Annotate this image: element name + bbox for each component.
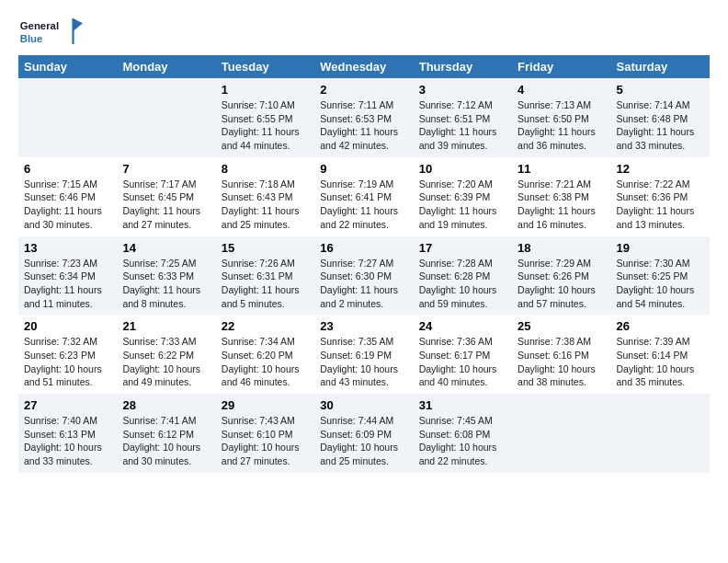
day-info: Sunrise: 7:33 AMSunset: 6:22 PMDaylight:… <box>122 335 210 389</box>
calendar-cell: 28Sunrise: 7:41 AMSunset: 6:12 PMDayligh… <box>117 394 215 473</box>
day-number: 29 <box>222 398 309 412</box>
day-number: 3 <box>419 83 506 97</box>
calendar-cell: 29Sunrise: 7:43 AMSunset: 6:10 PMDayligh… <box>216 394 314 473</box>
day-number: 22 <box>222 319 309 333</box>
calendar-week-3: 13Sunrise: 7:23 AMSunset: 6:34 PMDayligh… <box>18 236 710 316</box>
day-info: Sunrise: 7:12 AMSunset: 6:51 PMDaylight:… <box>419 98 506 153</box>
day-number: 5 <box>617 83 704 97</box>
day-number: 16 <box>320 241 407 255</box>
weekday-header-sunday: Sunday <box>18 55 117 78</box>
calendar-table: SundayMondayTuesdayWednesdayThursdayFrid… <box>18 55 710 473</box>
calendar-cell <box>18 78 117 157</box>
day-number: 7 <box>122 162 210 176</box>
calendar-cell: 15Sunrise: 7:26 AMSunset: 6:31 PMDayligh… <box>216 236 314 316</box>
day-info: Sunrise: 7:44 AMSunset: 6:09 PMDaylight:… <box>320 414 407 468</box>
day-info: Sunrise: 7:13 AMSunset: 6:50 PMDaylight:… <box>518 98 605 153</box>
day-info: Sunrise: 7:38 AMSunset: 6:16 PMDaylight:… <box>518 335 605 389</box>
calendar-week-2: 6Sunrise: 7:15 AMSunset: 6:46 PMDaylight… <box>18 157 710 236</box>
day-number: 19 <box>617 241 704 255</box>
day-number: 25 <box>518 319 605 333</box>
day-number: 26 <box>617 319 704 333</box>
calendar-cell <box>512 394 610 473</box>
day-number: 11 <box>518 162 605 176</box>
page-header: General Blue <box>18 15 710 48</box>
logo-svg: General Blue <box>18 15 83 48</box>
day-number: 27 <box>24 398 111 412</box>
calendar-cell: 19Sunrise: 7:30 AMSunset: 6:25 PMDayligh… <box>611 236 710 316</box>
day-number: 1 <box>222 83 309 97</box>
calendar-cell: 9Sunrise: 7:19 AMSunset: 6:41 PMDaylight… <box>314 157 413 236</box>
day-number: 13 <box>24 241 111 255</box>
day-info: Sunrise: 7:25 AMSunset: 6:33 PMDaylight:… <box>122 257 210 311</box>
day-info: Sunrise: 7:26 AMSunset: 6:31 PMDaylight:… <box>222 257 309 311</box>
calendar-cell: 13Sunrise: 7:23 AMSunset: 6:34 PMDayligh… <box>18 236 117 316</box>
day-info: Sunrise: 7:10 AMSunset: 6:55 PMDaylight:… <box>222 98 309 153</box>
day-info: Sunrise: 7:27 AMSunset: 6:30 PMDaylight:… <box>320 257 407 311</box>
day-info: Sunrise: 7:30 AMSunset: 6:25 PMDaylight:… <box>617 257 704 311</box>
calendar-week-4: 20Sunrise: 7:32 AMSunset: 6:23 PMDayligh… <box>18 315 710 394</box>
calendar-cell <box>611 394 710 473</box>
day-number: 15 <box>222 241 309 255</box>
calendar-cell: 17Sunrise: 7:28 AMSunset: 6:28 PMDayligh… <box>414 236 512 316</box>
calendar-cell: 3Sunrise: 7:12 AMSunset: 6:51 PMDaylight… <box>414 78 512 157</box>
day-number: 9 <box>320 162 407 176</box>
calendar-cell: 6Sunrise: 7:15 AMSunset: 6:46 PMDaylight… <box>18 157 117 236</box>
weekday-header-thursday: Thursday <box>414 55 512 78</box>
day-info: Sunrise: 7:36 AMSunset: 6:17 PMDaylight:… <box>419 335 506 389</box>
calendar-cell: 12Sunrise: 7:22 AMSunset: 6:36 PMDayligh… <box>611 157 710 236</box>
day-number: 20 <box>24 319 111 333</box>
calendar-cell: 23Sunrise: 7:35 AMSunset: 6:19 PMDayligh… <box>314 315 413 394</box>
svg-text:Blue: Blue <box>20 33 43 44</box>
day-info: Sunrise: 7:43 AMSunset: 6:10 PMDaylight:… <box>222 414 309 468</box>
day-number: 18 <box>518 241 605 255</box>
calendar-cell: 21Sunrise: 7:33 AMSunset: 6:22 PMDayligh… <box>117 315 215 394</box>
day-number: 8 <box>222 162 309 176</box>
calendar-cell: 10Sunrise: 7:20 AMSunset: 6:39 PMDayligh… <box>414 157 512 236</box>
day-number: 23 <box>320 319 407 333</box>
svg-marker-2 <box>74 18 84 31</box>
day-info: Sunrise: 7:40 AMSunset: 6:13 PMDaylight:… <box>24 414 111 468</box>
day-info: Sunrise: 7:21 AMSunset: 6:38 PMDaylight:… <box>518 178 605 232</box>
calendar-cell: 31Sunrise: 7:45 AMSunset: 6:08 PMDayligh… <box>414 394 512 473</box>
logo: General Blue <box>18 15 83 48</box>
day-info: Sunrise: 7:34 AMSunset: 6:20 PMDaylight:… <box>222 335 309 389</box>
weekday-header-saturday: Saturday <box>611 55 710 78</box>
day-number: 24 <box>419 319 506 333</box>
day-number: 14 <box>122 241 210 255</box>
day-info: Sunrise: 7:18 AMSunset: 6:43 PMDaylight:… <box>222 178 309 232</box>
calendar-cell: 27Sunrise: 7:40 AMSunset: 6:13 PMDayligh… <box>18 394 117 473</box>
day-info: Sunrise: 7:39 AMSunset: 6:14 PMDaylight:… <box>617 335 704 389</box>
day-number: 12 <box>617 162 704 176</box>
calendar-cell: 5Sunrise: 7:14 AMSunset: 6:48 PMDaylight… <box>611 78 710 157</box>
day-info: Sunrise: 7:15 AMSunset: 6:46 PMDaylight:… <box>24 178 111 232</box>
calendar-cell: 18Sunrise: 7:29 AMSunset: 6:26 PMDayligh… <box>512 236 610 316</box>
day-info: Sunrise: 7:41 AMSunset: 6:12 PMDaylight:… <box>122 414 210 468</box>
calendar-cell: 8Sunrise: 7:18 AMSunset: 6:43 PMDaylight… <box>216 157 314 236</box>
calendar-cell: 14Sunrise: 7:25 AMSunset: 6:33 PMDayligh… <box>117 236 215 316</box>
calendar-cell: 1Sunrise: 7:10 AMSunset: 6:55 PMDaylight… <box>216 78 314 157</box>
day-number: 31 <box>419 398 506 412</box>
weekday-header-monday: Monday <box>117 55 215 78</box>
day-info: Sunrise: 7:32 AMSunset: 6:23 PMDaylight:… <box>24 335 111 389</box>
day-number: 21 <box>122 319 210 333</box>
calendar-cell: 22Sunrise: 7:34 AMSunset: 6:20 PMDayligh… <box>216 315 314 394</box>
calendar-cell: 30Sunrise: 7:44 AMSunset: 6:09 PMDayligh… <box>314 394 413 473</box>
day-number: 4 <box>518 83 605 97</box>
day-number: 2 <box>320 83 407 97</box>
day-number: 30 <box>320 398 407 412</box>
calendar-cell: 26Sunrise: 7:39 AMSunset: 6:14 PMDayligh… <box>611 315 710 394</box>
weekday-header-friday: Friday <box>512 55 610 78</box>
calendar-cell: 16Sunrise: 7:27 AMSunset: 6:30 PMDayligh… <box>314 236 413 316</box>
day-info: Sunrise: 7:17 AMSunset: 6:45 PMDaylight:… <box>122 178 210 232</box>
day-number: 17 <box>419 241 506 255</box>
day-info: Sunrise: 7:23 AMSunset: 6:34 PMDaylight:… <box>24 257 111 311</box>
day-info: Sunrise: 7:19 AMSunset: 6:41 PMDaylight:… <box>320 178 407 232</box>
day-number: 28 <box>122 398 210 412</box>
calendar-cell: 4Sunrise: 7:13 AMSunset: 6:50 PMDaylight… <box>512 78 610 157</box>
day-info: Sunrise: 7:11 AMSunset: 6:53 PMDaylight:… <box>320 98 407 153</box>
calendar-cell <box>117 78 215 157</box>
calendar-cell: 11Sunrise: 7:21 AMSunset: 6:38 PMDayligh… <box>512 157 610 236</box>
day-info: Sunrise: 7:28 AMSunset: 6:28 PMDaylight:… <box>419 257 506 311</box>
weekday-header-row: SundayMondayTuesdayWednesdayThursdayFrid… <box>18 55 710 78</box>
calendar-cell: 25Sunrise: 7:38 AMSunset: 6:16 PMDayligh… <box>512 315 610 394</box>
